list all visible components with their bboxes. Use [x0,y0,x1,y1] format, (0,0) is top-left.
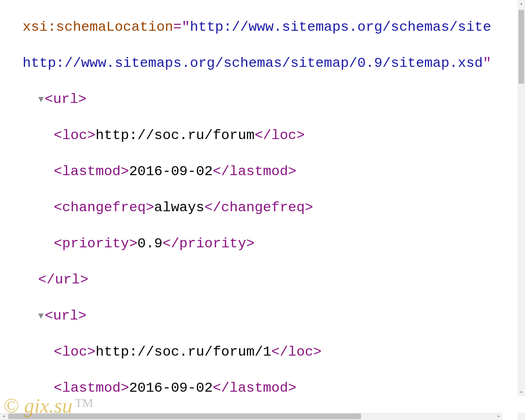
horizontal-scroll-thumb[interactable] [8,413,361,419]
trademark-icon: TM [75,396,94,409]
collapse-toggle-icon[interactable]: ▼ [37,90,45,108]
scroll-left-arrow-icon[interactable]: ◂ [0,413,7,420]
schema-line-2: http://www.sitemaps.org/schemas/sitemap/… [23,54,525,72]
loc-line: <loc>http://soc.ru/forum</loc> [23,126,525,144]
scroll-right-arrow-icon[interactable]: ▸ [495,413,502,420]
vertical-scrollbar[interactable]: ▴ ▾ [518,0,525,396]
lastmod-line: <lastmod>2016-09-02</lastmod> [23,379,525,396]
priority-line: <priority>0.9</priority> [23,235,525,253]
horizontal-scrollbar[interactable]: ◂ ▸ [0,413,502,420]
xml-source-view: xsi:schemaLocation="http://www.sitemaps.… [0,0,525,396]
vertical-scroll-thumb[interactable] [518,10,524,84]
url-open-2: ▼<url> [23,307,525,325]
scroll-up-arrow-icon[interactable]: ▴ [518,0,525,7]
attr-value-part2: http://www.sitemaps.org/schemas/sitemap/… [23,55,483,71]
collapse-toggle-icon[interactable]: ▼ [37,307,45,325]
loc-line: <loc>http://soc.ru/forum/1</loc> [23,343,525,361]
url-close: </url> [23,271,525,289]
scroll-down-arrow-icon[interactable]: ▾ [518,389,525,396]
schema-line-1: xsi:schemaLocation="http://www.sitemaps.… [23,18,525,36]
attr-name: xsi:schemaLocation [23,19,173,35]
changefreq-line: <changefreq>always</changefreq> [23,199,525,217]
scrollbar-corner [518,413,525,420]
attr-value-part1: http://www.sitemaps.org/schemas/site [190,19,491,35]
url-open-1: ▼<url> [23,90,525,108]
lastmod-line: <lastmod>2016-09-02</lastmod> [23,162,525,180]
